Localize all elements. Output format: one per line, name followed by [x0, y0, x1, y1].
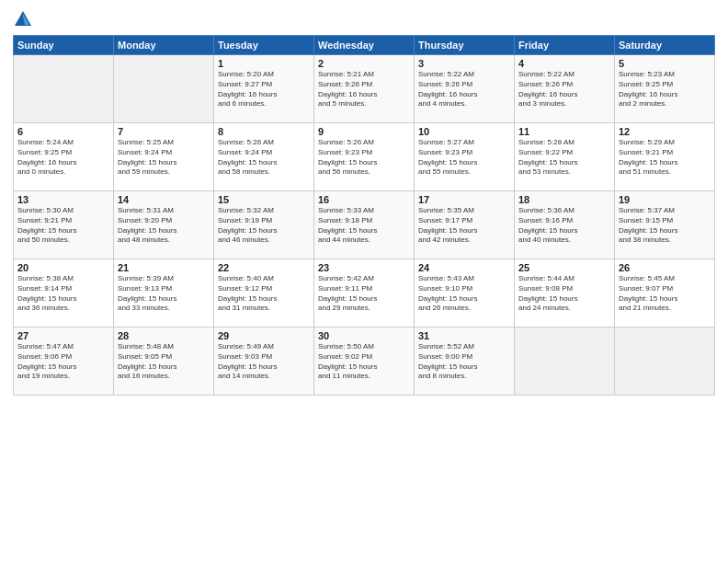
calendar-cell: 7Sunrise: 5:25 AM Sunset: 9:24 PM Daylig… [114, 123, 214, 191]
day-number: 3 [418, 58, 510, 69]
calendar-cell: 3Sunrise: 5:22 AM Sunset: 9:26 PM Daylig… [415, 55, 515, 123]
day-number: 12 [619, 126, 711, 137]
calendar-cell: 16Sunrise: 5:33 AM Sunset: 9:18 PM Dayli… [314, 191, 415, 259]
day-info: Sunrise: 5:47 AM Sunset: 9:06 PM Dayligh… [17, 342, 109, 382]
day-info: Sunrise: 5:22 AM Sunset: 9:26 PM Dayligh… [418, 70, 510, 109]
day-number: 28 [118, 330, 210, 341]
calendar-cell: 1Sunrise: 5:20 AM Sunset: 9:27 PM Daylig… [214, 55, 314, 123]
calendar-cell [114, 55, 214, 123]
calendar-cell: 19Sunrise: 5:37 AM Sunset: 9:15 PM Dayli… [615, 191, 715, 259]
calendar-cell: 14Sunrise: 5:31 AM Sunset: 9:20 PM Dayli… [114, 191, 214, 259]
weekday-header: Monday [114, 36, 214, 55]
svg-marker-0 [15, 11, 31, 26]
day-info: Sunrise: 5:32 AM Sunset: 9:19 PM Dayligh… [218, 206, 310, 246]
day-info: Sunrise: 5:26 AM Sunset: 9:24 PM Dayligh… [218, 138, 310, 178]
day-info: Sunrise: 5:22 AM Sunset: 9:26 PM Dayligh… [518, 70, 610, 109]
day-info: Sunrise: 5:50 AM Sunset: 9:02 PM Dayligh… [318, 342, 410, 382]
day-info: Sunrise: 5:49 AM Sunset: 9:03 PM Dayligh… [218, 342, 310, 382]
calendar-cell: 21Sunrise: 5:39 AM Sunset: 9:13 PM Dayli… [114, 259, 214, 327]
day-number: 27 [17, 330, 109, 341]
calendar-cell: 26Sunrise: 5:45 AM Sunset: 9:07 PM Dayli… [615, 259, 715, 327]
day-number: 24 [418, 262, 510, 273]
day-number: 2 [318, 58, 410, 69]
day-number: 22 [218, 262, 310, 273]
calendar-cell: 22Sunrise: 5:40 AM Sunset: 9:12 PM Dayli… [214, 259, 314, 327]
weekday-header: Friday [515, 36, 615, 55]
day-info: Sunrise: 5:37 AM Sunset: 9:15 PM Dayligh… [619, 206, 711, 246]
day-number: 5 [619, 58, 711, 69]
page-header [13, 9, 715, 29]
day-info: Sunrise: 5:39 AM Sunset: 9:13 PM Dayligh… [118, 274, 210, 314]
day-number: 19 [619, 194, 711, 205]
day-number: 26 [619, 262, 711, 273]
calendar-cell: 5Sunrise: 5:23 AM Sunset: 9:25 PM Daylig… [615, 55, 715, 123]
day-number: 31 [418, 330, 510, 341]
calendar-cell: 31Sunrise: 5:52 AM Sunset: 9:00 PM Dayli… [415, 327, 515, 396]
calendar-week-row: 13Sunrise: 5:30 AM Sunset: 9:21 PM Dayli… [14, 191, 715, 259]
day-number: 29 [218, 330, 310, 341]
day-number: 30 [318, 330, 410, 341]
calendar-cell [515, 327, 615, 396]
calendar-cell: 17Sunrise: 5:35 AM Sunset: 9:17 PM Dayli… [415, 191, 515, 259]
day-number: 23 [318, 262, 410, 273]
day-number: 7 [118, 126, 210, 137]
day-info: Sunrise: 5:44 AM Sunset: 9:08 PM Dayligh… [518, 274, 610, 314]
calendar-cell: 4Sunrise: 5:22 AM Sunset: 9:26 PM Daylig… [515, 55, 615, 123]
calendar-cell: 25Sunrise: 5:44 AM Sunset: 9:08 PM Dayli… [515, 259, 615, 327]
calendar-cell [14, 55, 114, 123]
weekday-header: Sunday [14, 36, 114, 55]
calendar-cell: 24Sunrise: 5:43 AM Sunset: 9:10 PM Dayli… [415, 259, 515, 327]
weekday-header: Thursday [415, 36, 515, 55]
calendar-cell: 15Sunrise: 5:32 AM Sunset: 9:19 PM Dayli… [214, 191, 314, 259]
calendar-cell: 18Sunrise: 5:36 AM Sunset: 9:16 PM Dayli… [515, 191, 615, 259]
day-info: Sunrise: 5:20 AM Sunset: 9:27 PM Dayligh… [218, 70, 310, 109]
calendar-cell: 23Sunrise: 5:42 AM Sunset: 9:11 PM Dayli… [314, 259, 415, 327]
day-number: 25 [518, 262, 610, 273]
calendar-cell: 10Sunrise: 5:27 AM Sunset: 9:23 PM Dayli… [415, 123, 515, 191]
day-number: 21 [118, 262, 210, 273]
logo [13, 9, 35, 29]
calendar-week-row: 27Sunrise: 5:47 AM Sunset: 9:06 PM Dayli… [14, 327, 715, 396]
calendar-cell: 2Sunrise: 5:21 AM Sunset: 9:26 PM Daylig… [314, 55, 415, 123]
day-number: 6 [17, 126, 109, 137]
day-info: Sunrise: 5:35 AM Sunset: 9:17 PM Dayligh… [418, 206, 510, 246]
day-info: Sunrise: 5:42 AM Sunset: 9:11 PM Dayligh… [318, 274, 410, 314]
weekday-header: Wednesday [314, 36, 415, 55]
day-info: Sunrise: 5:26 AM Sunset: 9:23 PM Dayligh… [318, 138, 410, 178]
day-number: 15 [218, 194, 310, 205]
day-info: Sunrise: 5:21 AM Sunset: 9:26 PM Dayligh… [318, 70, 410, 109]
calendar-table: SundayMondayTuesdayWednesdayThursdayFrid… [13, 35, 715, 396]
day-info: Sunrise: 5:23 AM Sunset: 9:25 PM Dayligh… [619, 70, 711, 109]
day-info: Sunrise: 5:45 AM Sunset: 9:07 PM Dayligh… [619, 274, 711, 314]
day-info: Sunrise: 5:38 AM Sunset: 9:14 PM Dayligh… [17, 274, 109, 314]
weekday-header: Tuesday [214, 36, 314, 55]
day-number: 20 [17, 262, 109, 273]
day-info: Sunrise: 5:40 AM Sunset: 9:12 PM Dayligh… [218, 274, 310, 314]
day-number: 17 [418, 194, 510, 205]
calendar-body: 1Sunrise: 5:20 AM Sunset: 9:27 PM Daylig… [14, 55, 715, 396]
calendar-cell: 8Sunrise: 5:26 AM Sunset: 9:24 PM Daylig… [214, 123, 314, 191]
day-number: 14 [118, 194, 210, 205]
calendar-cell: 30Sunrise: 5:50 AM Sunset: 9:02 PM Dayli… [314, 327, 415, 396]
day-number: 18 [518, 194, 610, 205]
day-number: 13 [17, 194, 109, 205]
calendar-week-row: 20Sunrise: 5:38 AM Sunset: 9:14 PM Dayli… [14, 259, 715, 327]
day-info: Sunrise: 5:48 AM Sunset: 9:05 PM Dayligh… [118, 342, 210, 382]
day-number: 16 [318, 194, 410, 205]
day-number: 9 [318, 126, 410, 137]
day-info: Sunrise: 5:31 AM Sunset: 9:20 PM Dayligh… [118, 206, 210, 246]
day-info: Sunrise: 5:43 AM Sunset: 9:10 PM Dayligh… [418, 274, 510, 314]
calendar-cell [615, 327, 715, 396]
day-info: Sunrise: 5:27 AM Sunset: 9:23 PM Dayligh… [418, 138, 510, 178]
calendar-cell: 11Sunrise: 5:28 AM Sunset: 9:22 PM Dayli… [515, 123, 615, 191]
calendar-cell: 9Sunrise: 5:26 AM Sunset: 9:23 PM Daylig… [314, 123, 415, 191]
weekday-header: Saturday [615, 36, 715, 55]
day-info: Sunrise: 5:36 AM Sunset: 9:16 PM Dayligh… [518, 206, 610, 246]
calendar-cell: 12Sunrise: 5:29 AM Sunset: 9:21 PM Dayli… [615, 123, 715, 191]
day-number: 10 [418, 126, 510, 137]
day-number: 1 [218, 58, 310, 69]
day-info: Sunrise: 5:28 AM Sunset: 9:22 PM Dayligh… [518, 138, 610, 178]
logo-icon [13, 9, 33, 29]
day-info: Sunrise: 5:30 AM Sunset: 9:21 PM Dayligh… [17, 206, 109, 246]
day-info: Sunrise: 5:52 AM Sunset: 9:00 PM Dayligh… [418, 342, 510, 382]
